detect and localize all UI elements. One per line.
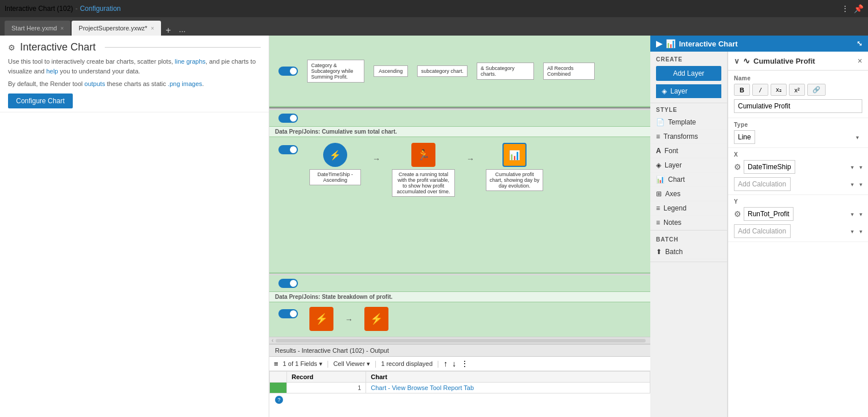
- style-notes[interactable]: ≡ Notes: [650, 216, 727, 230]
- batch-label-text: Batch: [665, 248, 683, 256]
- configure-chart-button[interactable]: Configure Chart: [8, 93, 73, 108]
- chart-link[interactable]: Chart - View Browse Tool Report Tab: [371, 384, 474, 391]
- format-buttons-row: B / x₂ x² 🔗: [734, 84, 862, 96]
- style-chart-label: Chart: [668, 176, 685, 184]
- style-transforms[interactable]: ≡ Transforms: [650, 130, 727, 144]
- format-bold-button[interactable]: B: [734, 84, 750, 96]
- row-indicator: [270, 383, 287, 393]
- arrow-1: →: [372, 154, 380, 163]
- right-inner: CREATE Add Layer ◈ Layer STYLE 📄: [650, 52, 868, 417]
- toggle-4[interactable]: [278, 279, 298, 288]
- config-link[interactable]: Configuration: [80, 5, 120, 13]
- help-link[interactable]: help: [46, 68, 58, 75]
- create-label: CREATE: [656, 56, 721, 63]
- tab-close-project[interactable]: ×: [151, 25, 154, 32]
- batch-section: BATCH ⬆ Batch: [650, 231, 727, 262]
- nav-layer[interactable]: ◈ Layer: [656, 84, 721, 98]
- y-add-calc-select[interactable]: Add Calculation: [734, 224, 791, 238]
- config-detail-header: ∨ ∿ Cumulative Profit ×: [728, 52, 868, 71]
- node-all-records: All Records Combined: [543, 63, 595, 80]
- style-legend[interactable]: ≡ Legend: [650, 201, 727, 216]
- line-graphs-link[interactable]: line graphs: [175, 58, 206, 65]
- cell-chart-value: Chart - View Browse Tool Report Tab: [366, 383, 650, 393]
- outputs-link[interactable]: outputs: [84, 80, 105, 87]
- y-field-label: Y: [734, 198, 862, 205]
- x-add-calc-select[interactable]: Add Calculation: [734, 177, 791, 191]
- y-settings-icon[interactable]: ⚙: [734, 209, 741, 219]
- panel-header-title: Interactive Chart: [679, 40, 738, 48]
- style-chart[interactable]: 📊 Chart: [650, 173, 727, 187]
- x-settings-icon[interactable]: ⚙: [734, 162, 741, 172]
- canvas-scroll[interactable]: Category & Subcategory while Summing Pro…: [269, 36, 650, 337]
- layer-icon: ◈: [662, 87, 667, 95]
- panel-header-icon: 📊: [666, 39, 675, 48]
- config-detail-close-icon[interactable]: ×: [858, 56, 862, 65]
- info-icon: ?: [275, 396, 283, 404]
- horizontal-scrollbar[interactable]: ‹: [269, 337, 650, 344]
- style-layer[interactable]: ◈ Layer: [650, 158, 727, 173]
- add-layer-button[interactable]: Add Layer: [656, 66, 721, 81]
- right-panel-header: ▶ 📊 Interactive Chart ⤡: [650, 36, 868, 52]
- style-layer-icon: ◈: [656, 161, 661, 169]
- tab-close-start[interactable]: ×: [60, 25, 64, 32]
- tab-add-button[interactable]: +: [162, 25, 174, 36]
- style-section: STYLE 📄 Template ≡ Transforms A Font: [650, 103, 727, 231]
- toggle-5[interactable]: [278, 309, 298, 318]
- style-font-label: Font: [665, 147, 678, 155]
- fields-selector[interactable]: 1 of 1 Fields ▾: [283, 360, 323, 368]
- panel-desc: Use this tool to interactively create ba…: [8, 57, 261, 76]
- results-table: Record Chart 1 Chart - View Browse Tool …: [269, 371, 650, 393]
- list-icon: ≡: [274, 360, 278, 368]
- style-axes[interactable]: ⊞ Axes: [650, 187, 727, 201]
- style-font[interactable]: A Font: [650, 144, 727, 158]
- sort-up-icon[interactable]: ↑: [443, 359, 447, 368]
- type-select[interactable]: Line: [734, 130, 755, 144]
- sort-down-icon[interactable]: ↓: [452, 359, 456, 368]
- scroll-left-arrow[interactable]: ‹: [272, 337, 273, 344]
- expand-icon: ▶: [656, 39, 662, 48]
- batch-icon: ⬆: [656, 248, 662, 256]
- node-cumulative-text: Cumulative profit chart, showing day by …: [486, 169, 543, 191]
- more-icon[interactable]: ⋮: [841, 4, 849, 13]
- style-axes-label: Axes: [665, 190, 681, 198]
- pin-icon[interactable]: 📌: [854, 4, 863, 13]
- flow-label-bottom: Data Prep/Joins: State breakdown of prof…: [269, 291, 650, 302]
- filter-icon[interactable]: ⋮: [461, 359, 469, 368]
- tab-project-superstore[interactable]: ProjectSuperstore.yxwz* ×: [72, 21, 161, 36]
- node-subcategory-chart: subcategory chart.: [417, 65, 468, 77]
- axes-icon: ⊞: [656, 190, 662, 198]
- format-superscript-button[interactable]: x²: [789, 84, 805, 96]
- toggle-3[interactable]: [278, 145, 298, 154]
- x-value-select[interactable]: DateTimeShip: [744, 160, 795, 174]
- node-running-total-text: Create a running total with the profit v…: [392, 169, 455, 197]
- y-value-select[interactable]: RunTot_Profit: [744, 207, 794, 221]
- format-link-button[interactable]: 🔗: [807, 84, 826, 96]
- style-template[interactable]: 📄 Template: [650, 115, 727, 130]
- x-field-label: X: [734, 151, 862, 158]
- toggle-1[interactable]: [278, 67, 298, 76]
- png-link[interactable]: .png images: [168, 80, 202, 87]
- minimize-icon[interactable]: ⤡: [857, 40, 862, 48]
- transforms-icon: ≡: [656, 132, 660, 141]
- tab-more-button[interactable]: ···: [175, 26, 189, 36]
- format-italic-button[interactable]: /: [752, 84, 768, 96]
- cell-viewer[interactable]: Cell Viewer ▾: [333, 360, 370, 368]
- format-subscript-button[interactable]: x₂: [771, 84, 787, 96]
- fields-down-icon: ▾: [319, 360, 323, 368]
- workflow-canvas[interactable]: Category & Subcategory while Summing Pro…: [269, 36, 650, 337]
- arrow-2: →: [466, 154, 474, 163]
- title-sep: -: [75, 5, 77, 13]
- batch-item[interactable]: ⬆ Batch: [650, 245, 727, 259]
- name-field: Name B / x₂ x² 🔗: [728, 71, 868, 118]
- tab-start-here[interactable]: Start Here.yxmd ×: [5, 21, 70, 36]
- node-bottom-1: ⚡: [309, 307, 333, 331]
- layer-name-input[interactable]: [734, 99, 862, 113]
- node-bottom-2: ⚡: [364, 307, 388, 331]
- toggle-2[interactable]: [278, 114, 298, 123]
- style-transforms-label: Transforms: [663, 132, 698, 141]
- node-runner: 🏃: [411, 143, 435, 167]
- wave-icon: ∿: [743, 56, 750, 65]
- top-bar: Interactive Chart (102) - Configuration …: [0, 0, 868, 17]
- style-notes-label: Notes: [663, 219, 681, 227]
- col-header-row: [270, 372, 287, 383]
